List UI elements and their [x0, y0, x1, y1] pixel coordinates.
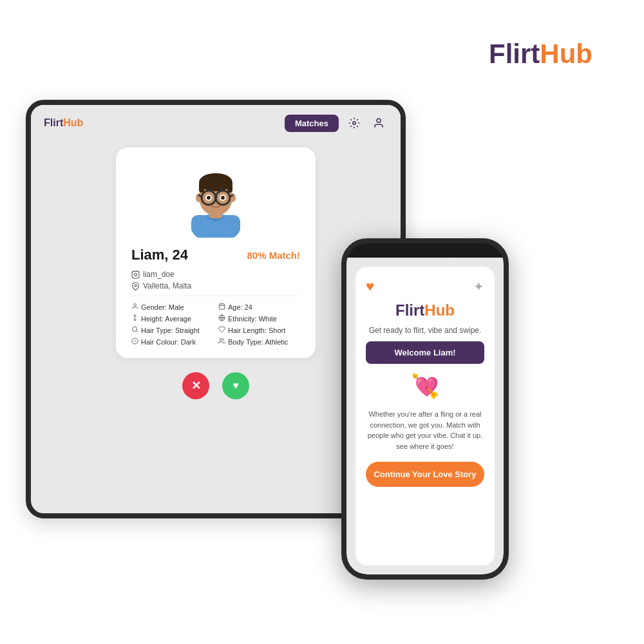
- profile-handle: liam_doe: [131, 270, 300, 279]
- phone-notch: [396, 243, 454, 258]
- cta-button[interactable]: Continue Your Love Story: [366, 462, 484, 487]
- attr-hair-colour: Hair Colour: Dark: [131, 337, 213, 346]
- svg-rect-22: [132, 271, 139, 278]
- svg-point-20: [221, 196, 225, 200]
- phone-device: ♥ ✦ FlirtHub Get ready to flirt, vibe an…: [341, 238, 509, 580]
- action-buttons: ✕ ♥: [182, 372, 249, 399]
- svg-point-24: [135, 284, 137, 286]
- profile-location: Valletta, Malta: [131, 281, 300, 290]
- attr-height: Height: Average: [131, 314, 213, 323]
- phone-logo: FlirtHub: [395, 301, 455, 319]
- attr-hair-type: Hair Type: Straight: [131, 326, 213, 335]
- svg-point-33: [132, 327, 137, 331]
- settings-icon[interactable]: [345, 114, 363, 132]
- attr-ethnicity: Ethnicity: White: [218, 314, 300, 323]
- svg-point-21: [214, 219, 218, 222]
- phone-top-row: ♥ ✦: [366, 278, 484, 295]
- profile-name: Liam, 24: [131, 247, 188, 263]
- profile-name-row: Liam, 24 80% Match!: [131, 247, 300, 263]
- attr-gender: Gender: Male: [131, 303, 213, 312]
- svg-point-19: [207, 196, 211, 200]
- tablet-header: FlirtHub Matches: [31, 105, 401, 141]
- phone-screen: ♥ ✦ FlirtHub Get ready to flirt, vibe an…: [346, 258, 504, 574]
- phone-description: Whether you're after a fling or a real c…: [366, 409, 484, 451]
- welcome-button[interactable]: Welcome Liam!: [366, 341, 484, 364]
- heart-icon: ♥: [366, 278, 374, 295]
- svg-line-34: [137, 331, 138, 332]
- phone-tagline: Get ready to flirt, vibe and swipe.: [369, 326, 482, 335]
- attr-age: Age: 24: [218, 303, 300, 312]
- phone-inner: ♥ ✦ FlirtHub Get ready to flirt, vibe an…: [355, 267, 495, 565]
- main-logo-hub: Hub: [540, 39, 592, 69]
- sparkle-icon: ✦: [473, 279, 484, 294]
- matches-button[interactable]: Matches: [285, 115, 339, 132]
- match-percentage: 80% Match!: [247, 250, 300, 261]
- attr-body-type: Body Type: Athletic: [218, 337, 300, 346]
- tablet-logo: FlirtHub: [44, 117, 83, 129]
- svg-point-0: [353, 122, 356, 125]
- like-button[interactable]: ♥: [222, 372, 249, 399]
- tablet-nav: Matches: [285, 114, 388, 132]
- svg-rect-26: [219, 304, 224, 309]
- svg-point-36: [220, 338, 222, 341]
- main-logo: FlirtHub: [489, 39, 592, 70]
- svg-rect-7: [199, 182, 204, 193]
- divider: [131, 296, 300, 296]
- avatar-area: [131, 160, 300, 238]
- svg-rect-8: [227, 182, 232, 193]
- emoji-decoration: 💘: [411, 373, 440, 400]
- main-logo-flirt: Flirt: [489, 39, 540, 69]
- reject-button[interactable]: ✕: [182, 372, 209, 399]
- profile-card: Liam, 24 80% Match! liam_doe Valletta, M…: [116, 147, 316, 358]
- profile-attributes: Gender: Male Age: 24 Height: Average: [131, 303, 300, 346]
- svg-point-25: [134, 303, 137, 306]
- attr-hair-length: Hair Length: Short: [218, 326, 300, 335]
- svg-point-1: [377, 118, 381, 122]
- user-icon[interactable]: [370, 114, 388, 132]
